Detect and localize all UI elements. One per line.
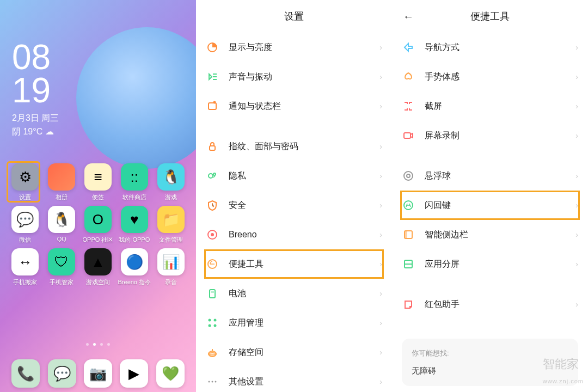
app-微信[interactable]: 💬微信 [8, 206, 43, 244]
app-游戏[interactable]: 🐧游戏 [153, 163, 188, 201]
list-item-便捷工具[interactable]: 便捷工具› [204, 249, 384, 279]
app-Breeno 指令[interactable]: 🔵Breeno 指令 [117, 248, 152, 286]
chevron-right-icon: › [379, 289, 382, 298]
svg-point-5 [213, 173, 216, 175]
app-OPPO 社区[interactable]: OOPPO 社区 [81, 206, 116, 244]
app-label: OPPO 社区 [83, 236, 114, 244]
item-label: 存储空间 [229, 347, 379, 358]
watermark: 智能家 www.znj.com [543, 356, 584, 387]
list-item-通知与状态栏[interactable]: 通知与状态栏› [206, 91, 382, 121]
svg-rect-3 [210, 146, 215, 150]
item-label: 红包助手 [425, 299, 575, 310]
svg-point-20 [215, 381, 217, 383]
app-手机搬家[interactable]: ↔手机搬家 [8, 248, 43, 286]
app-icon: ♥ [121, 206, 148, 233]
page-indicator [0, 343, 196, 346]
item-icon [206, 317, 219, 329]
list-item-红包助手[interactable]: 红包助手› [402, 290, 578, 319]
dock-app[interactable]: 📞 [11, 359, 40, 388]
app-手机管家[interactable]: 🛡手机管家 [44, 248, 79, 286]
wallpaper-planet [76, 27, 196, 169]
app-相册[interactable]: 相册 [44, 163, 79, 201]
list-item-指纹、面部与密码[interactable]: 指纹、面部与密码› [206, 132, 382, 161]
app-便签[interactable]: ≡便签 [81, 163, 116, 201]
list-item-导航方式[interactable]: 导航方式› [402, 33, 578, 62]
dock: 📞💬📷▶💚 [0, 359, 196, 388]
item-label: Breeno [229, 230, 379, 240]
app-icon: 🐧 [157, 163, 185, 191]
item-icon [402, 229, 415, 241]
settings-list: 显示与亮度›声音与振动›通知与状态栏›指纹、面部与密码›隐私›安全›Breeno… [196, 33, 392, 392]
list-item-安全[interactable]: 安全› [206, 191, 382, 220]
chevron-right-icon: › [575, 131, 578, 140]
app-icon: 🛡 [48, 248, 75, 275]
list-item-Breeno[interactable]: Breeno› [206, 220, 382, 249]
item-icon [206, 71, 219, 83]
app-label: 我的 OPPO [119, 236, 150, 244]
dock-app[interactable]: 💚 [156, 359, 185, 388]
app-设置[interactable]: ⚙设置 [8, 163, 43, 201]
item-icon [402, 71, 415, 83]
list-item-智能侧边栏[interactable]: 智能侧边栏› [402, 220, 578, 249]
item-label: 便捷工具 [229, 259, 379, 270]
app-grid: ⚙设置相册≡便签::软件商店🐧游戏💬微信🐧QQOOPPO 社区♥我的 OPPO📁… [0, 163, 196, 286]
list-item-手势体感[interactable]: 手势体感› [402, 62, 578, 91]
list-item-其他设置[interactable]: 其他设置› [206, 367, 382, 392]
item-icon [206, 41, 219, 53]
item-label: 应用分屏 [425, 259, 575, 270]
date-text: 2月3日 周三 [12, 113, 59, 124]
app-label: 软件商店 [122, 193, 146, 201]
list-item-存储空间[interactable]: 存储空间› [206, 338, 382, 367]
app-label: 便签 [92, 193, 104, 201]
app-label: 设置 [19, 193, 31, 201]
app-游戏空间[interactable]: ▲游戏空间 [81, 248, 116, 286]
app-QQ[interactable]: 🐧QQ [44, 206, 79, 244]
app-icon: 📁 [157, 206, 185, 233]
list-item-隐私[interactable]: 隐私› [206, 161, 382, 191]
time-minutes: 19 [12, 74, 59, 107]
app-icon [48, 163, 75, 191]
tools-screen: ← 便捷工具 导航方式›手势体感›截屏›屏幕录制›悬浮球›闪回键›智能侧边栏›应… [392, 0, 588, 392]
app-软件商店[interactable]: ::软件商店 [117, 163, 152, 201]
item-icon [402, 258, 415, 270]
list-item-声音与振动[interactable]: 声音与振动› [206, 62, 382, 91]
dock-app[interactable]: ▶ [120, 359, 148, 388]
app-文件管理[interactable]: 📁文件管理 [153, 206, 188, 244]
app-label: 游戏 [165, 193, 177, 201]
page-title: 便捷工具 [470, 10, 510, 23]
chevron-right-icon: › [379, 260, 382, 268]
list-item-电池[interactable]: 电池› [206, 279, 382, 308]
dock-app[interactable]: 💬 [48, 359, 76, 388]
back-icon[interactable]: ← [403, 10, 414, 23]
app-label: 文件管理 [159, 236, 183, 244]
chevron-right-icon: › [575, 230, 578, 239]
item-icon [206, 258, 219, 270]
list-item-应用管理[interactable]: 应用管理› [206, 308, 382, 338]
svg-point-11 [209, 319, 211, 322]
app-我的 OPPO[interactable]: ♥我的 OPPO [117, 206, 152, 244]
svg-rect-21 [404, 133, 411, 138]
list-item-应用分屏[interactable]: 应用分屏› [402, 249, 578, 279]
item-icon [402, 298, 415, 310]
chevron-right-icon: › [575, 260, 578, 268]
svg-point-4 [209, 174, 213, 178]
item-icon [206, 376, 219, 388]
list-item-闪回键[interactable]: 闪回键› [400, 191, 580, 220]
svg-point-19 [212, 381, 213, 383]
app-icon: ⚙ [11, 163, 39, 191]
item-label: 指纹、面部与密码 [229, 141, 379, 152]
item-label: 导航方式 [425, 42, 575, 53]
list-item-显示与亮度[interactable]: 显示与亮度› [206, 33, 382, 62]
chevron-right-icon: › [379, 348, 382, 357]
chevron-right-icon: › [379, 201, 382, 210]
dock-app[interactable]: 📷 [84, 359, 112, 388]
list-item-屏幕录制[interactable]: 屏幕录制› [402, 121, 578, 150]
list-item-截屏[interactable]: 截屏› [402, 91, 578, 121]
header: ← 便捷工具 [392, 0, 588, 33]
svg-point-23 [407, 174, 410, 177]
svg-point-14 [214, 324, 217, 327]
app-label: 手机管家 [50, 278, 74, 286]
item-label: 隐私 [229, 170, 379, 182]
list-item-悬浮球[interactable]: 悬浮球› [402, 161, 578, 191]
app-录音[interactable]: 📊录音 [153, 248, 188, 286]
